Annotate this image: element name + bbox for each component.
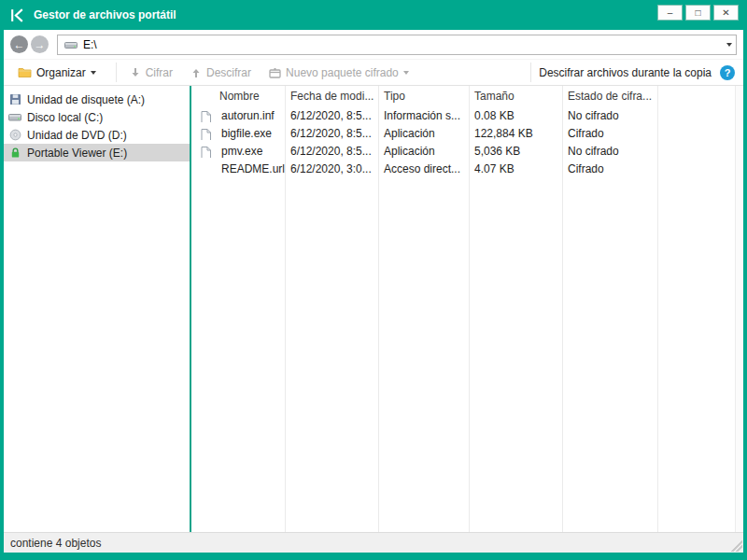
file-type: Información s... bbox=[378, 109, 469, 122]
status-bar: contiene 4 objetos bbox=[4, 532, 743, 553]
minimize-button[interactable]: – bbox=[657, 5, 683, 21]
file-modified: 6/12/2020, 3:0... bbox=[285, 162, 378, 175]
file-name-cell: README.url bbox=[191, 162, 285, 175]
file-modified: 6/12/2020, 8:5... bbox=[285, 145, 378, 158]
back-button[interactable]: ← bbox=[10, 35, 28, 53]
drive-tree: Unidad de disquete (A:) Disco local (C:) bbox=[4, 86, 191, 532]
file-name: pmv.exe bbox=[221, 145, 262, 158]
sidebar-item-label: Disco local (C:) bbox=[27, 111, 103, 124]
file-name: bigfile.exe bbox=[221, 127, 272, 140]
app-window: Gestor de archivos portátil – □ ✕ ← → bbox=[0, 0, 747, 560]
address-dropdown-icon[interactable] bbox=[726, 43, 732, 47]
decrypt-button[interactable]: Descifrar bbox=[185, 63, 257, 82]
package-icon bbox=[269, 67, 281, 78]
sidebar-item-portable-viewer-e[interactable]: Portable Viewer (E:) bbox=[4, 144, 190, 161]
toolbar-separator bbox=[530, 63, 531, 82]
navigation-bar: ← → bbox=[4, 30, 743, 59]
file-modified: 6/12/2020, 8:5... bbox=[285, 127, 378, 140]
toolbar-separator bbox=[116, 63, 117, 82]
floppy-drive-icon bbox=[8, 93, 21, 105]
file-type: Acceso direct... bbox=[378, 162, 469, 175]
address-bar bbox=[57, 35, 737, 55]
encrypt-label: Cifrar bbox=[146, 66, 173, 79]
address-input[interactable] bbox=[83, 36, 726, 53]
organize-button[interactable]: Organizar bbox=[12, 63, 102, 82]
close-button[interactable]: ✕ bbox=[713, 5, 739, 21]
arrow-up-icon bbox=[190, 67, 202, 78]
column-header-modified[interactable]: Fecha de modi... bbox=[285, 90, 378, 103]
file-name-cell: pmv.exe bbox=[191, 145, 285, 158]
table-row[interactable]: bigfile.exe 6/12/2020, 8:5... Aplicación… bbox=[191, 124, 743, 142]
column-header-name[interactable]: Nombre bbox=[191, 90, 285, 103]
new-package-dropdown-icon bbox=[403, 71, 409, 75]
vertical-scrollbar[interactable] bbox=[735, 86, 743, 532]
column-header-type[interactable]: Tipo bbox=[378, 90, 469, 103]
decrypt-on-copy-label: Descifrar archivos durante la copia bbox=[539, 66, 712, 79]
file-name: autorun.inf bbox=[221, 109, 275, 122]
file-icon bbox=[201, 129, 211, 140]
window-content: ← → Organizar bbox=[4, 30, 743, 553]
file-encryption-status: Cifrado bbox=[562, 162, 657, 175]
file-encryption-status: Cifrado bbox=[562, 127, 657, 140]
file-modified: 6/12/2020, 8:5... bbox=[285, 109, 378, 122]
organize-dropdown-icon bbox=[91, 71, 96, 75]
kaspersky-logo-icon bbox=[9, 7, 25, 23]
window-controls: – □ ✕ bbox=[657, 5, 739, 21]
resize-grip[interactable] bbox=[731, 540, 742, 552]
lock-icon bbox=[8, 147, 21, 159]
column-header-size[interactable]: Tamaño bbox=[469, 90, 562, 103]
decrypt-label: Descifrar bbox=[206, 66, 251, 79]
arrow-down-icon bbox=[130, 67, 141, 78]
sidebar-item-label: Portable Viewer (E:) bbox=[27, 147, 127, 160]
sidebar-item-floppy-a[interactable]: Unidad de disquete (A:) bbox=[4, 91, 190, 108]
encrypt-button[interactable]: Cifrar bbox=[124, 63, 178, 82]
titlebar[interactable]: Gestor de archivos portátil – □ ✕ bbox=[0, 0, 747, 30]
file-name-cell: bigfile.exe bbox=[191, 127, 285, 140]
table-row[interactable]: autorun.inf 6/12/2020, 8:5... Informació… bbox=[191, 106, 743, 124]
file-size: 5,036 KB bbox=[469, 145, 562, 158]
main-area: Unidad de disquete (A:) Disco local (C:) bbox=[4, 86, 743, 532]
folder-icon bbox=[18, 66, 32, 78]
file-icon bbox=[201, 111, 211, 122]
drive-icon bbox=[64, 39, 78, 50]
table-row[interactable]: pmv.exe 6/12/2020, 8:5... Aplicación 5,0… bbox=[191, 142, 743, 160]
table-row[interactable]: README.url 6/12/2020, 3:0... Acceso dire… bbox=[191, 160, 743, 177]
sidebar-item-local-c[interactable]: Disco local (C:) bbox=[4, 108, 190, 126]
column-header-encryption-status[interactable]: Estado de cifra... bbox=[562, 90, 657, 103]
toolbar: Organizar Cifrar bbox=[4, 59, 743, 86]
file-size: 0.08 KB bbox=[469, 109, 562, 122]
new-encrypted-package-button[interactable]: Nuevo paquete cifrado bbox=[263, 63, 415, 82]
organize-label: Organizar bbox=[36, 66, 86, 79]
hard-disk-icon bbox=[8, 111, 21, 123]
sidebar-item-label: Unidad de disquete (A:) bbox=[27, 93, 145, 106]
file-encryption-status: No cifrado bbox=[562, 145, 657, 158]
window-title: Gestor de archivos portátil bbox=[34, 8, 176, 21]
file-size: 4.07 KB bbox=[469, 162, 562, 175]
file-icon bbox=[201, 147, 211, 158]
maximize-button[interactable]: □ bbox=[685, 5, 711, 21]
sidebar-item-label: Unidad de DVD (D:) bbox=[27, 129, 127, 142]
file-type: Aplicación bbox=[378, 127, 469, 140]
help-icon[interactable]: ? bbox=[720, 65, 735, 80]
file-type: Aplicación bbox=[378, 145, 469, 158]
file-name: README.url bbox=[221, 162, 285, 175]
file-encryption-status: No cifrado bbox=[562, 109, 657, 122]
file-size: 122,884 KB bbox=[469, 127, 562, 140]
file-name-cell: autorun.inf bbox=[191, 109, 285, 122]
dvd-drive-icon bbox=[8, 129, 21, 141]
status-text: contiene 4 objetos bbox=[10, 537, 101, 550]
file-list: Nombre Fecha de modi... Tipo Tamaño Esta… bbox=[191, 86, 743, 532]
file-list-header: Nombre Fecha de modi... Tipo Tamaño Esta… bbox=[191, 86, 743, 106]
forward-button[interactable]: → bbox=[31, 35, 49, 53]
sidebar-item-dvd-d[interactable]: Unidad de DVD (D:) bbox=[4, 126, 190, 144]
new-encrypted-package-label: Nuevo paquete cifrado bbox=[286, 66, 399, 79]
